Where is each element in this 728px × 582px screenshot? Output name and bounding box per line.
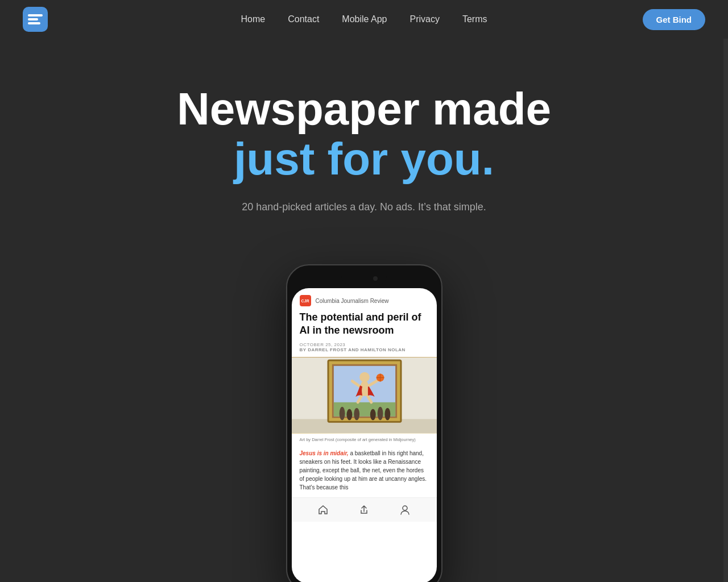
phone-mockup-container: CJR Columbia Journalism Review The poten… (0, 264, 728, 582)
nav-link-contact[interactable]: Contact (288, 14, 319, 24)
scrollbar-track[interactable] (723, 0, 728, 582)
svg-point-13 (377, 407, 383, 421)
article-meta: OCTOBER 25, 2023 By DARREL FROST AND HAM… (292, 341, 437, 357)
svg-point-14 (384, 408, 390, 421)
phone-outer: CJR Columbia Journalism Review The poten… (286, 264, 442, 582)
nav-item-privacy[interactable]: Privacy (410, 14, 439, 24)
nav-link-terms[interactable]: Terms (462, 14, 487, 24)
phone-notch (341, 272, 387, 285)
source-badge: CJR (300, 295, 311, 306)
get-bind-button[interactable]: Get Bind (643, 9, 706, 30)
svg-point-16 (359, 372, 370, 383)
article-date: OCTOBER 25, 2023 (300, 342, 429, 347)
nav-item-contact[interactable]: Contact (288, 14, 319, 24)
phone-screen: CJR Columbia Journalism Review The poten… (292, 288, 437, 582)
nav-item-mobile-app[interactable]: Mobile App (342, 14, 387, 24)
logo[interactable] (23, 7, 48, 32)
article-body: Jesus is in midair, a basketball in his … (292, 446, 437, 497)
phone-bottom-bar (292, 497, 437, 522)
nav-links: Home Contact Mobile App Privacy Terms (241, 14, 487, 24)
article-highlight: Jesus is in midair, (300, 450, 349, 456)
nav-link-privacy[interactable]: Privacy (410, 14, 439, 24)
article-painting (292, 357, 437, 434)
author-name: DARREL FROST AND HAMILTON NOLAN (308, 347, 406, 352)
article-title: The potential and peril of AI in the new… (292, 311, 437, 341)
phone-camera-dot (373, 276, 378, 281)
nav-link-home[interactable]: Home (241, 14, 265, 24)
logo-icon (28, 14, 43, 24)
nav-link-mobile-app[interactable]: Mobile App (342, 14, 387, 24)
svg-rect-0 (28, 14, 43, 16)
svg-point-11 (354, 408, 359, 421)
article-header: CJR Columbia Journalism Review (292, 288, 437, 311)
home-tab-icon[interactable] (317, 504, 329, 516)
author-prefix: By (300, 347, 307, 352)
article-image (292, 357, 437, 434)
svg-point-25 (403, 506, 407, 510)
share-tab-icon[interactable] (358, 504, 370, 516)
hero-title-line1: Newspaper made (23, 84, 705, 134)
svg-point-9 (339, 407, 345, 421)
hero-title-line2: just for you. (23, 134, 705, 184)
svg-rect-1 (28, 18, 38, 20)
share-icon (358, 504, 370, 516)
profile-icon (399, 504, 411, 516)
article-caption: Art by Darrel Frost (composite of art ge… (292, 434, 437, 446)
hero-section: Newspaper made just for you. 20 hand-pic… (0, 39, 728, 236)
navbar: Home Contact Mobile App Privacy Terms Ge… (0, 0, 728, 39)
source-name: Columbia Journalism Review (316, 298, 389, 304)
hero-subtitle: 20 hand-picked articles a day. No ads. I… (23, 201, 705, 213)
svg-point-12 (370, 409, 375, 421)
svg-point-10 (346, 409, 352, 421)
home-icon (317, 504, 329, 516)
nav-item-terms[interactable]: Terms (462, 14, 487, 24)
nav-item-home[interactable]: Home (241, 14, 265, 24)
svg-rect-2 (28, 22, 40, 24)
profile-tab-icon[interactable] (399, 504, 411, 516)
article-author: By DARREL FROST AND HAMILTON NOLAN (300, 347, 429, 352)
source-badge-text: CJR (301, 299, 309, 303)
